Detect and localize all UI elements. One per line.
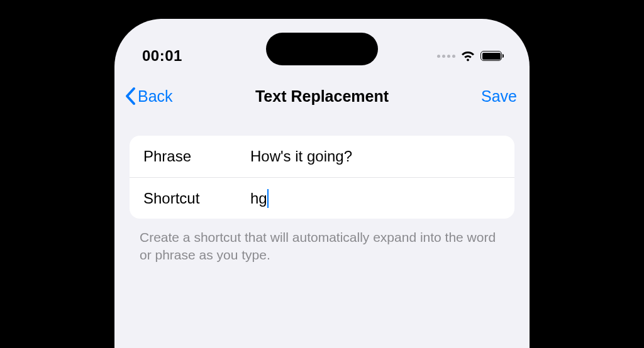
phrase-row[interactable]: Phrase	[130, 136, 514, 177]
mute-switch	[93, 158, 99, 186]
phrase-label: Phrase	[143, 148, 250, 165]
save-button[interactable]: Save	[481, 87, 517, 106]
wifi-icon	[460, 50, 475, 62]
phrase-input[interactable]	[250, 148, 501, 165]
footer-help-text: Create a shortcut that will automaticall…	[140, 229, 504, 264]
carrier-dots-icon	[437, 55, 455, 58]
text-cursor	[267, 189, 269, 208]
shortcut-input[interactable]: hg	[250, 189, 501, 208]
volume-down-button	[93, 285, 99, 339]
battery-icon	[480, 51, 502, 61]
back-button[interactable]: Back	[125, 87, 173, 106]
status-indicators	[414, 50, 502, 62]
phone-frame: 00:01	[101, 5, 543, 348]
chevron-left-icon	[125, 87, 136, 106]
volume-up-button	[93, 209, 99, 263]
navigation-bar: Back Text Replacement Save	[114, 78, 530, 117]
shortcut-row[interactable]: Shortcut hg	[130, 177, 514, 219]
dynamic-island	[266, 33, 378, 65]
shortcut-value: hg	[250, 190, 267, 207]
phone-screen: 00:01	[114, 19, 530, 348]
status-time: 00:01	[142, 47, 218, 65]
back-label: Back	[138, 87, 173, 106]
phone-bezel: 00:01	[111, 15, 533, 348]
phone-side-buttons	[93, 158, 99, 348]
page-title: Text Replacement	[114, 87, 530, 106]
shortcut-label: Shortcut	[143, 190, 250, 207]
form-card: Phrase Shortcut hg	[130, 136, 514, 219]
